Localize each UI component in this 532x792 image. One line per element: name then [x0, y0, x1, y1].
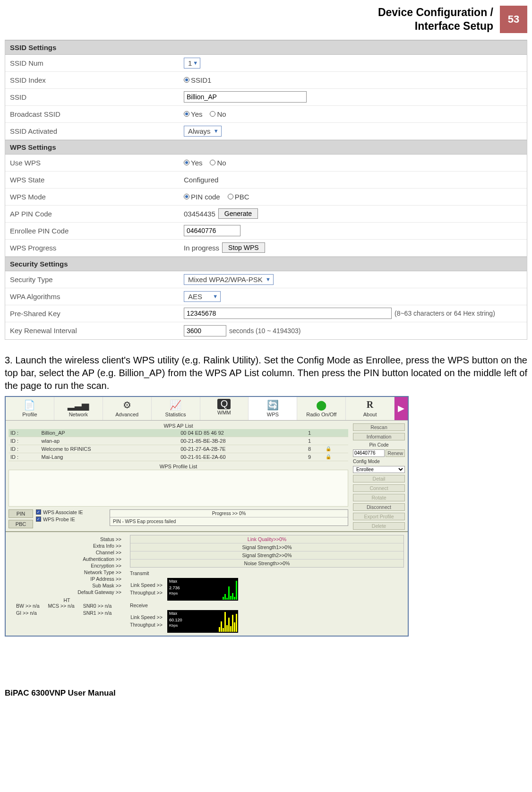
- chevron-down-icon: ▼: [213, 293, 218, 299]
- wps-icon: 🔄: [249, 399, 296, 411]
- disconnect-button[interactable]: Disconnect: [353, 503, 405, 511]
- rotate-button[interactable]: Rotate: [353, 494, 405, 501]
- label-wps-state: WPS State: [5, 173, 181, 187]
- link-info-label: Encryption >>: [10, 562, 123, 569]
- tab-about[interactable]: RAbout: [346, 397, 395, 420]
- row-use-wps: Use WPS Yes No: [5, 155, 527, 172]
- security-type-select[interactable]: Mixed WPA2/WPA-PSK ▼: [184, 274, 274, 285]
- receive-section: Receive Link Speed >> Throughput >> Max …: [130, 603, 404, 633]
- ralink-utility-window: 📄Profile ▂▃▅Network ⚙Advanced 📈Statistic…: [5, 396, 409, 637]
- ap-row[interactable]: ID :wlan-ap00-21-85-BE-3B-281: [9, 437, 348, 445]
- label-enrollee-pin: Enrollee PIN Code: [5, 224, 181, 238]
- link-info-label: Sub Mask >>: [10, 582, 123, 589]
- ssid-input[interactable]: [184, 91, 307, 103]
- tab-statistics[interactable]: 📈Statistics: [152, 397, 200, 420]
- section-ssid-settings: SSID Settings: [5, 40, 527, 55]
- receive-graph: Max 60.120 Kbps: [167, 610, 238, 633]
- radio-wpsmode-pin[interactable]: PIN code: [184, 193, 220, 201]
- row-psk: Pre-Shared Key (8~63 characters or 64 He…: [5, 305, 527, 322]
- psk-hint: (8~63 characters or 64 Hex string): [395, 310, 495, 317]
- label-ap-pin: AP PIN Code: [5, 207, 181, 221]
- radio-broadcast-no[interactable]: No: [210, 110, 226, 118]
- link-info-label: Status >>: [10, 536, 123, 542]
- row-ap-pin: AP PIN Code 03454435 Generate: [5, 206, 527, 223]
- section-wps-settings: WPS Settings: [5, 140, 527, 155]
- label-psk: Pre-Shared Key: [5, 307, 181, 320]
- wpa-algorithms-select[interactable]: AES ▼: [184, 291, 221, 302]
- renew-button[interactable]: Renew: [386, 449, 405, 457]
- radio-wpsmode-pbc[interactable]: PBC: [228, 193, 249, 201]
- wmm-icon: Q: [217, 399, 231, 409]
- tab-wmm[interactable]: QWMM: [200, 397, 249, 420]
- wps-ap-list-title: WPS AP List: [9, 422, 348, 429]
- connect-button[interactable]: Connect: [353, 484, 405, 492]
- network-icon: ▂▃▅: [55, 399, 102, 411]
- radio-ssid1[interactable]: SSID1: [184, 76, 211, 84]
- ap-row[interactable]: ID :Mai-Lang00-21-91-EE-2A-609🔒: [9, 453, 348, 461]
- link-info-label: Authentication >>: [10, 556, 123, 562]
- radio-usewps-yes[interactable]: Yes: [184, 159, 202, 167]
- header-title-line1: Device Configuration /: [378, 6, 493, 19]
- transmit-label: Transmit: [130, 570, 404, 576]
- header-title: Device Configuration / Interface Setup: [378, 6, 500, 33]
- row-wps-mode: WPS Mode PIN code PBC: [5, 189, 527, 206]
- information-button[interactable]: Information: [353, 433, 405, 440]
- psk-input[interactable]: [184, 308, 392, 319]
- wps-status-message: PIN - WPS Eap process failed: [110, 517, 348, 525]
- page-number: 53: [508, 13, 519, 26]
- ralink-toolbar: 📄Profile ▂▃▅Network ⚙Advanced 📈Statistic…: [6, 397, 408, 421]
- tab-radio[interactable]: ⬤Radio On/Off: [297, 397, 346, 420]
- noise-strength-row: Noise Strength>>0%: [130, 560, 403, 567]
- pin-code-input[interactable]: [353, 449, 385, 457]
- link-info-right: Link Quality>>0% Signal Strength1>>0% Si…: [126, 532, 408, 636]
- generate-button[interactable]: Generate: [218, 208, 258, 219]
- enrollee-pin-input[interactable]: [184, 225, 240, 236]
- link-info-left: Status >>Extra Info >>Channel >>Authenti…: [6, 532, 126, 636]
- row-ssid-activated: SSID Activated Always ▼: [5, 123, 527, 140]
- step-3-text: 3. Launch the wireless client's WPS util…: [5, 354, 527, 392]
- gear-icon: ⚙: [104, 399, 150, 411]
- row-ssid-num: SSID Num 1▼: [5, 55, 527, 72]
- config-mode-select[interactable]: Enrollee: [353, 466, 405, 473]
- tab-advanced[interactable]: ⚙Advanced: [103, 397, 152, 420]
- export-profile-button[interactable]: Export Profile: [353, 513, 405, 520]
- wps-state-value: Configured: [184, 176, 218, 184]
- tab-profile[interactable]: 📄Profile: [6, 397, 54, 420]
- wps-ap-list-table: ID :Billion_AP00 04 ED 85 46 921 ID :wla…: [9, 429, 348, 461]
- radio-broadcast-yes[interactable]: Yes: [184, 110, 202, 118]
- row-wpa-algorithms: WPA Algorithms AES ▼: [5, 288, 527, 305]
- tab-network[interactable]: ▂▃▅Network: [54, 397, 103, 420]
- detail-button[interactable]: Detail: [353, 475, 405, 482]
- collapse-arrow-button[interactable]: ▶: [395, 397, 408, 420]
- label-broadcast-ssid: Broadcast SSID: [5, 107, 181, 121]
- ssid-activated-select[interactable]: Always ▼: [184, 126, 222, 137]
- chevron-down-icon: ▼: [266, 276, 271, 282]
- section-security-settings: Security Settings: [5, 257, 527, 271]
- radio-usewps-no[interactable]: No: [210, 159, 226, 167]
- pbc-button[interactable]: PBC: [9, 520, 33, 528]
- row-wps-state: WPS State Configured: [5, 172, 527, 189]
- label-wps-progress: WPS Progress: [5, 241, 181, 255]
- stop-wps-button[interactable]: Stop WPS: [222, 242, 265, 253]
- wps-progress-box: Progress >> 0% PIN - WPS Eap process fai…: [110, 509, 348, 526]
- ssid-num-select[interactable]: 1▼: [184, 58, 200, 69]
- tab-wps[interactable]: 🔄WPS: [249, 397, 297, 420]
- rescan-button[interactable]: Rescan: [353, 423, 405, 431]
- chevron-down-icon: ▼: [193, 60, 198, 66]
- ap-row[interactable]: ID :Welcome to RFINICS00-21-27-6A-2B-7E8…: [9, 445, 348, 453]
- wps-probe-ie-checkbox[interactable]: ✓WPS Probe IE: [36, 517, 107, 522]
- ap-row-selected[interactable]: ID :Billion_AP00 04 ED 85 46 921: [9, 429, 348, 437]
- link-quality-row: Link Quality>>0%: [130, 535, 403, 543]
- radio-icon: ⬤: [298, 399, 344, 411]
- label-security-type: Security Type: [5, 273, 181, 286]
- label-key-renewal: Key Renewal Interval: [5, 324, 181, 337]
- delete-button[interactable]: Delete: [353, 522, 405, 530]
- page-header: Device Configuration / Interface Setup 5…: [5, 6, 527, 33]
- key-renewal-input[interactable]: [184, 325, 226, 336]
- label-wpa-algorithms: WPA Algorithms: [5, 290, 181, 303]
- pin-button[interactable]: PIN: [9, 509, 33, 518]
- wps-associate-ie-checkbox[interactable]: ✓WPS Associate IE: [36, 509, 107, 515]
- wps-profile-list-box: [9, 470, 348, 507]
- key-renewal-unit: seconds (10 ~ 4194303): [229, 327, 300, 335]
- footer-text: BiPAC 6300VNP User Manual: [5, 689, 527, 698]
